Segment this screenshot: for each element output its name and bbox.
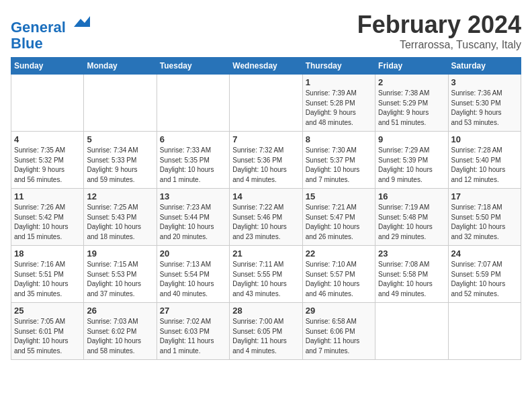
calendar-cell: 9Sunrise: 7:29 AM Sunset: 5:39 PM Daylig… [375,132,448,189]
day-number: 12 [87,191,153,201]
day-number: 25 [14,306,81,316]
day-number: 6 [160,134,226,144]
day-info: Sunrise: 7:18 AM Sunset: 5:50 PM Dayligh… [451,203,518,242]
logo-general: General [11,19,66,36]
day-info: Sunrise: 7:26 AM Sunset: 5:42 PM Dayligh… [14,203,81,242]
calendar-cell [375,303,448,360]
weekday-header-friday: Friday [375,58,448,75]
day-info: Sunrise: 7:32 AM Sunset: 5:36 PM Dayligh… [232,146,299,185]
weekday-header-row: SundayMondayTuesdayWednesdayThursdayFrid… [11,58,521,75]
calendar-cell [230,75,302,132]
calendar-cell [448,303,521,360]
day-number: 7 [232,134,299,144]
day-number: 29 [306,306,372,316]
day-info: Sunrise: 7:25 AM Sunset: 5:43 PM Dayligh… [87,203,153,242]
weekday-header-wednesday: Wednesday [230,58,302,75]
week-row-5: 25Sunrise: 7:05 AM Sunset: 6:01 PM Dayli… [11,303,521,360]
calendar-cell: 24Sunrise: 7:07 AM Sunset: 5:59 PM Dayli… [448,246,521,303]
day-info: Sunrise: 7:07 AM Sunset: 5:59 PM Dayligh… [451,260,518,299]
day-number: 14 [232,191,299,201]
month-title: February 2024 [357,11,521,39]
logo-bird-icon [71,13,90,32]
day-number: 4 [14,134,81,144]
day-number: 1 [306,77,372,87]
calendar-cell: 4Sunrise: 7:35 AM Sunset: 5:32 PM Daylig… [11,132,84,189]
day-info: Sunrise: 7:02 AM Sunset: 6:03 PM Dayligh… [160,317,226,356]
day-info: Sunrise: 7:39 AM Sunset: 5:28 PM Dayligh… [306,89,372,128]
calendar-cell: 13Sunrise: 7:23 AM Sunset: 5:44 PM Dayli… [157,189,229,246]
day-number: 2 [378,77,445,87]
calendar-cell: 8Sunrise: 7:30 AM Sunset: 5:37 PM Daylig… [302,132,375,189]
day-info: Sunrise: 7:23 AM Sunset: 5:44 PM Dayligh… [160,203,226,242]
day-info: Sunrise: 7:34 AM Sunset: 5:33 PM Dayligh… [87,146,153,185]
calendar-cell: 10Sunrise: 7:28 AM Sunset: 5:40 PM Dayli… [448,132,521,189]
week-row-2: 4Sunrise: 7:35 AM Sunset: 5:32 PM Daylig… [11,132,521,189]
calendar-cell: 29Sunrise: 6:58 AM Sunset: 6:06 PM Dayli… [302,303,375,360]
day-number: 23 [378,248,445,259]
calendar-cell: 27Sunrise: 7:02 AM Sunset: 6:03 PM Dayli… [157,303,229,360]
day-number: 24 [451,248,518,259]
day-info: Sunrise: 7:11 AM Sunset: 5:55 PM Dayligh… [232,260,299,299]
day-number: 11 [14,191,81,201]
day-number: 18 [14,248,81,259]
calendar-cell: 2Sunrise: 7:38 AM Sunset: 5:29 PM Daylig… [375,75,448,132]
day-number: 8 [306,134,372,144]
day-number: 15 [306,191,372,201]
calendar-cell: 19Sunrise: 7:15 AM Sunset: 5:53 PM Dayli… [84,246,157,303]
day-number: 17 [451,191,518,201]
day-number: 22 [306,248,372,259]
day-info: Sunrise: 7:21 AM Sunset: 5:47 PM Dayligh… [306,203,372,242]
calendar-cell: 3Sunrise: 7:36 AM Sunset: 5:30 PM Daylig… [448,75,521,132]
day-info: Sunrise: 7:35 AM Sunset: 5:32 PM Dayligh… [14,146,81,185]
day-number: 9 [378,134,445,144]
calendar-cell: 18Sunrise: 7:16 AM Sunset: 5:51 PM Dayli… [11,246,84,303]
calendar-cell: 26Sunrise: 7:03 AM Sunset: 6:02 PM Dayli… [84,303,157,360]
weekday-header-thursday: Thursday [302,58,375,75]
day-number: 10 [451,134,518,144]
weekday-header-saturday: Saturday [448,58,521,75]
day-info: Sunrise: 7:22 AM Sunset: 5:46 PM Dayligh… [232,203,299,242]
calendar-cell: 16Sunrise: 7:19 AM Sunset: 5:48 PM Dayli… [375,189,448,246]
calendar-cell: 21Sunrise: 7:11 AM Sunset: 5:55 PM Dayli… [230,246,302,303]
calendar-cell: 25Sunrise: 7:05 AM Sunset: 6:01 PM Dayli… [11,303,84,360]
calendar-cell: 22Sunrise: 7:10 AM Sunset: 5:57 PM Dayli… [302,246,375,303]
week-row-1: 1Sunrise: 7:39 AM Sunset: 5:28 PM Daylig… [11,75,521,132]
day-number: 5 [87,134,153,144]
day-info: Sunrise: 7:30 AM Sunset: 5:37 PM Dayligh… [306,146,372,185]
svg-marker-0 [74,16,90,27]
day-info: Sunrise: 7:38 AM Sunset: 5:29 PM Dayligh… [378,89,445,128]
location-subtitle: Terrarossa, Tuscany, Italy [357,39,521,51]
day-info: Sunrise: 7:33 AM Sunset: 5:35 PM Dayligh… [160,146,226,185]
calendar-cell: 1Sunrise: 7:39 AM Sunset: 5:28 PM Daylig… [302,75,375,132]
day-number: 21 [232,248,299,259]
day-info: Sunrise: 7:10 AM Sunset: 5:57 PM Dayligh… [306,260,372,299]
calendar-cell: 14Sunrise: 7:22 AM Sunset: 5:46 PM Dayli… [230,189,302,246]
calendar-cell: 11Sunrise: 7:26 AM Sunset: 5:42 PM Dayli… [11,189,84,246]
weekday-header-sunday: Sunday [11,58,84,75]
calendar-cell: 15Sunrise: 7:21 AM Sunset: 5:47 PM Dayli… [302,189,375,246]
title-area: February 2024 Terrarossa, Tuscany, Italy [357,11,521,51]
calendar-cell: 6Sunrise: 7:33 AM Sunset: 5:35 PM Daylig… [157,132,229,189]
calendar-cell: 7Sunrise: 7:32 AM Sunset: 5:36 PM Daylig… [230,132,302,189]
day-number: 13 [160,191,226,201]
day-number: 19 [87,248,153,259]
calendar-cell [84,75,157,132]
day-info: Sunrise: 7:03 AM Sunset: 6:02 PM Dayligh… [87,317,153,356]
week-row-4: 18Sunrise: 7:16 AM Sunset: 5:51 PM Dayli… [11,246,521,303]
day-info: Sunrise: 7:19 AM Sunset: 5:48 PM Dayligh… [378,203,445,242]
day-number: 20 [160,248,226,259]
calendar-cell: 5Sunrise: 7:34 AM Sunset: 5:33 PM Daylig… [84,132,157,189]
day-info: Sunrise: 7:36 AM Sunset: 5:30 PM Dayligh… [451,89,518,128]
week-row-3: 11Sunrise: 7:26 AM Sunset: 5:42 PM Dayli… [11,189,521,246]
logo: General Blue [11,13,90,52]
calendar-cell: 28Sunrise: 7:00 AM Sunset: 6:05 PM Dayli… [230,303,302,360]
day-info: Sunrise: 7:00 AM Sunset: 6:05 PM Dayligh… [232,317,299,356]
day-info: Sunrise: 7:13 AM Sunset: 5:54 PM Dayligh… [160,260,226,299]
weekday-header-tuesday: Tuesday [157,58,229,75]
calendar-cell [157,75,229,132]
day-number: 27 [160,306,226,316]
day-number: 26 [87,306,153,316]
calendar-cell: 17Sunrise: 7:18 AM Sunset: 5:50 PM Dayli… [448,189,521,246]
day-info: Sunrise: 7:28 AM Sunset: 5:40 PM Dayligh… [451,146,518,185]
calendar-cell: 20Sunrise: 7:13 AM Sunset: 5:54 PM Dayli… [157,246,229,303]
